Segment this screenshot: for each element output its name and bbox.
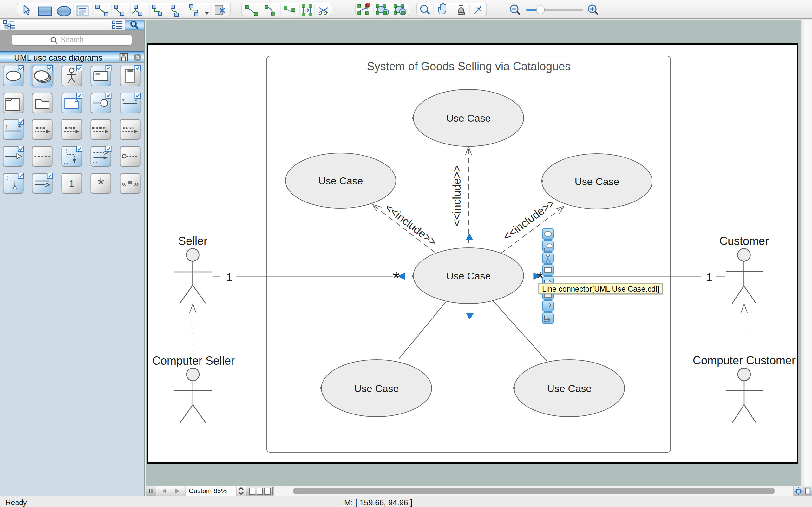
svg-text:...: ... bbox=[93, 158, 98, 164]
svg-text:Use Case: Use Case bbox=[318, 175, 363, 187]
svg-text:Use Case: Use Case bbox=[446, 270, 491, 282]
svg-text:Line connector[UML Use Case.cd: Line connector[UML Use Case.cdl] bbox=[542, 285, 659, 293]
svg-text:*: * bbox=[18, 124, 21, 132]
svg-text:«ex»: «ex» bbox=[65, 125, 75, 130]
svg-text:«: « bbox=[121, 179, 126, 188]
svg-text:1: 1 bbox=[226, 271, 233, 283]
svg-text:Use Case: Use Case bbox=[575, 176, 619, 187]
svg-text:*: * bbox=[393, 268, 399, 287]
svg-text:<<include>>: <<include>> bbox=[450, 165, 463, 227]
svg-text:...: ... bbox=[64, 158, 68, 165]
svg-text:Use Case: Use Case bbox=[354, 383, 399, 394]
svg-text:Use Case: Use Case bbox=[446, 112, 491, 124]
svg-text:1: 1 bbox=[69, 178, 74, 188]
svg-text:*: * bbox=[98, 175, 104, 193]
svg-text:»: » bbox=[134, 179, 139, 188]
svg-text:Search: Search bbox=[61, 36, 84, 44]
svg-text:Use Case: Use Case bbox=[547, 383, 592, 394]
svg-text:Seller: Seller bbox=[178, 234, 207, 247]
svg-text:Computer Seller: Computer Seller bbox=[152, 354, 235, 367]
svg-text:*: * bbox=[122, 97, 125, 105]
svg-text:Customer: Customer bbox=[719, 234, 769, 247]
svg-text:...: ... bbox=[5, 185, 10, 192]
svg-text:Computer Customer: Computer Customer bbox=[693, 354, 796, 367]
svg-text:Custom 85%: Custom 85% bbox=[189, 487, 227, 494]
svg-text:1: 1 bbox=[5, 125, 8, 130]
svg-text:«us»: «us» bbox=[123, 125, 134, 130]
svg-text:«in»: «in» bbox=[36, 125, 45, 130]
svg-text:1: 1 bbox=[706, 271, 712, 283]
svg-text:System of Goods Selling via Ca: System of Goods Selling via Catalogues bbox=[367, 60, 571, 73]
svg-text:«com»: «com» bbox=[92, 125, 107, 130]
